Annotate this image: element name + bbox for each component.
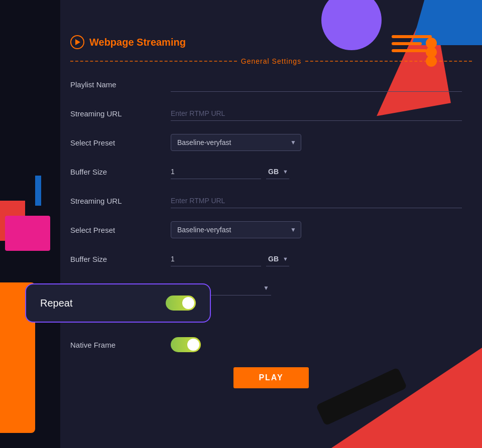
- buffer-input-group-2: GB MB KB ▼: [171, 252, 472, 266]
- buffer-input-group-1: GB MB KB ▼: [171, 165, 472, 179]
- buffer-size-row-1: Buffer Size GB MB KB ▼: [70, 163, 472, 181]
- general-settings-divider: General Settings: [70, 57, 472, 65]
- buffer-size-control-1: GB MB KB ▼: [171, 165, 472, 179]
- select-preset-row-2: Select Preset Baseline-veryfast Baseline…: [70, 221, 472, 239]
- streaming-url-label-1: Streaming URL: [70, 109, 171, 118]
- native-frame-row: Native Frame: [70, 337, 472, 352]
- playlist-name-control: [171, 77, 472, 92]
- buffer-size-input-1[interactable]: [171, 165, 261, 179]
- page-title: Webpage Streaming: [89, 37, 186, 48]
- native-frame-label: Native Frame: [70, 341, 171, 349]
- resolution-control: 1280x720 1920x1080 854x480 640x360 ▼: [171, 281, 472, 295]
- streaming-url-row-1: Streaming URL: [70, 104, 472, 122]
- section-header: Webpage Streaming: [70, 35, 472, 49]
- play-button[interactable]: PLAY: [233, 367, 308, 388]
- main-content: Webpage Streaming General Settings Playl…: [60, 25, 482, 398]
- select-preset-label-2: Select Preset: [70, 226, 171, 234]
- preset-select-wrapper-2: Baseline-veryfast Baseline-fast Main-med…: [171, 221, 301, 238]
- general-settings-label: General Settings: [241, 57, 301, 65]
- streaming-url-row-2: Streaming URL: [70, 192, 472, 210]
- buffer-size-input-2[interactable]: [171, 252, 261, 266]
- playlist-name-input[interactable]: [171, 77, 462, 92]
- play-triangle-icon: [75, 39, 80, 45]
- select-preset-label-1: Select Preset: [70, 138, 171, 147]
- streaming-url-control-2: [171, 194, 472, 208]
- repeat-slider: [166, 295, 196, 311]
- repeat-popup: Repeat: [25, 283, 211, 323]
- streaming-url-control-1: [171, 106, 472, 121]
- dash-line-left: [70, 61, 237, 62]
- select-preset-control-1: Baseline-veryfast Baseline-fast Main-med…: [171, 134, 472, 151]
- unit-select-wrapper-2: GB MB KB ▼: [266, 252, 289, 266]
- repeat-label: Repeat: [40, 297, 73, 309]
- buffer-size-label-2: Buffer Size: [70, 255, 171, 263]
- unit-select-2[interactable]: GB MB KB: [266, 252, 289, 266]
- bg-blue-left-bar: [35, 176, 41, 206]
- buffer-size-label-1: Buffer Size: [70, 168, 171, 176]
- buffer-size-row-2: Buffer Size GB MB KB ▼: [70, 250, 472, 268]
- play-circle-icon: [70, 35, 84, 49]
- playlist-name-label: Playlist Name: [70, 80, 171, 89]
- native-frame-slider: [171, 337, 201, 352]
- streaming-url-label-2: Streaming URL: [70, 197, 171, 205]
- play-button-row: PLAY: [70, 367, 472, 388]
- streaming-url-input-2[interactable]: [171, 194, 462, 208]
- native-frame-toggle[interactable]: [171, 337, 201, 352]
- streaming-url-input-1[interactable]: [171, 106, 462, 121]
- preset-select-1[interactable]: Baseline-veryfast Baseline-fast Main-med…: [171, 134, 301, 151]
- playlist-name-row: Playlist Name: [70, 75, 472, 93]
- repeat-toggle[interactable]: [166, 295, 196, 311]
- preset-select-2[interactable]: Baseline-veryfast Baseline-fast Main-med…: [171, 221, 301, 238]
- select-preset-row-1: Select Preset Baseline-veryfast Baseline…: [70, 133, 472, 152]
- dash-line-right: [305, 61, 472, 62]
- native-frame-knob: [187, 339, 199, 351]
- bg-pink-left-rect: [5, 216, 50, 251]
- buffer-size-control-2: GB MB KB ▼: [171, 252, 472, 266]
- unit-select-1[interactable]: GB MB KB: [266, 165, 289, 179]
- preset-select-wrapper-1: Baseline-veryfast Baseline-fast Main-med…: [171, 134, 301, 151]
- repeat-knob: [182, 297, 194, 309]
- unit-select-wrapper-1: GB MB KB ▼: [266, 165, 289, 179]
- select-preset-control-2: Baseline-veryfast Baseline-fast Main-med…: [171, 221, 472, 238]
